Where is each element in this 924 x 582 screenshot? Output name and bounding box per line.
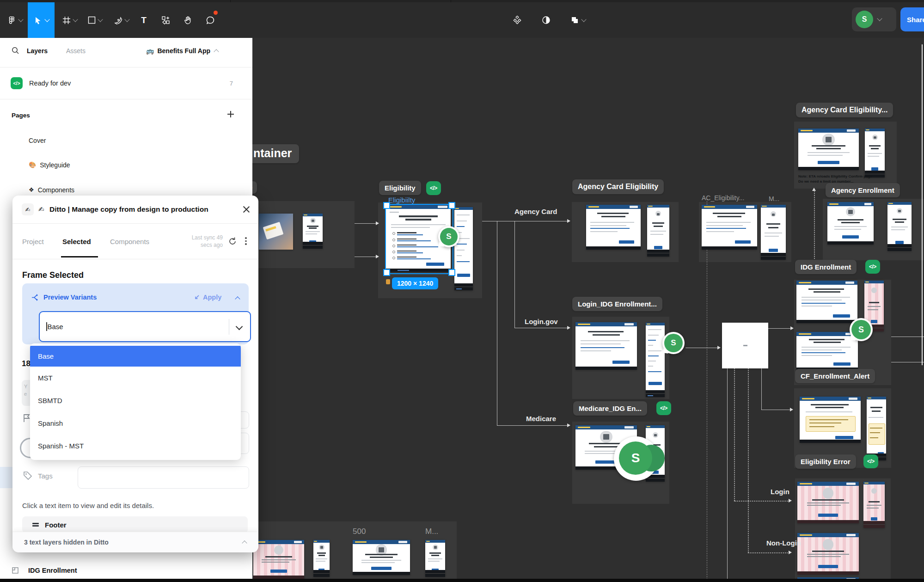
tab-components[interactable]: Components <box>110 238 149 245</box>
selection-handle[interactable] <box>448 269 455 276</box>
frame-thumbnail[interactable] <box>865 129 885 178</box>
frame-thumbnail[interactable] <box>425 540 445 577</box>
create-component-button[interactable] <box>156 2 175 38</box>
frame-thumbnail[interactable] <box>761 205 786 260</box>
actions-button[interactable] <box>507 2 527 38</box>
flow-label-medicare[interactable]: Medicare <box>526 415 556 423</box>
dev-ready-badge[interactable]: </> <box>656 401 671 415</box>
close-icon[interactable] <box>243 206 250 213</box>
text-item-footer[interactable]: Footer <box>22 516 248 533</box>
refresh-icon[interactable] <box>228 237 237 246</box>
selection-handle[interactable] <box>448 202 455 209</box>
dropdown-option-base[interactable]: Base <box>30 346 241 367</box>
section-label-medicare-idg[interactable]: Medicare_IDG En... <box>573 401 647 416</box>
dev-ready-badge[interactable]: </> <box>426 181 441 195</box>
file-switcher[interactable]: 🚌 Benefits Full App <box>146 47 218 55</box>
boolean-groups-button[interactable] <box>563 2 592 38</box>
frame-thumbnail[interactable] <box>722 323 768 368</box>
dev-ready-badge[interactable]: </> <box>863 454 878 468</box>
frame-thumbnail[interactable] <box>253 540 304 579</box>
dropdown-option-sbmtd[interactable]: SBMTD <box>30 389 241 412</box>
account-menu[interactable]: S <box>852 7 896 31</box>
frame-thumbnail[interactable] <box>863 482 885 528</box>
frame-thumbnail[interactable] <box>796 281 857 323</box>
section-label-eligibility-error[interactable]: Eligibility Error <box>795 454 856 469</box>
ready-for-dev-section[interactable]: </> Ready for dev 7 <box>0 67 252 99</box>
selection-handle[interactable] <box>383 269 390 276</box>
collaborator-avatar[interactable]: S <box>438 226 459 247</box>
frame-thumbnail[interactable] <box>797 482 859 523</box>
section-label-cf-enrollment-alert[interactable]: CF_Enrollment_Alert <box>795 369 875 383</box>
page-item-cover[interactable]: Cover <box>29 137 46 144</box>
tab-assets[interactable]: Assets <box>66 47 86 55</box>
collapse-chevron-icon[interactable] <box>242 540 247 545</box>
share-button[interactable]: Share <box>900 7 924 31</box>
frame-thumbnail[interactable] <box>454 207 473 290</box>
frame-thumbnail[interactable] <box>575 322 637 370</box>
collaborator-avatar[interactable]: S <box>662 332 685 354</box>
tab-layers[interactable]: Layers <box>27 47 48 55</box>
section-label-container[interactable]: ntainer <box>249 144 299 163</box>
section-label-login-idg[interactable]: Login_IDG Enrollment... <box>572 297 662 311</box>
tab-project[interactable]: Project <box>22 238 44 245</box>
frame-thumbnail[interactable] <box>887 202 912 251</box>
frame-name-m[interactable]: M... <box>769 195 779 202</box>
frame-thumbnail[interactable] <box>796 332 858 371</box>
layer-row-idg-enrollment[interactable]: IDG Enrollment <box>0 561 252 580</box>
text-tool-button[interactable]: T <box>135 2 153 38</box>
frame-name-ac-eligibility[interactable]: AC_Eligibility... <box>702 194 744 202</box>
canvas-note[interactable]: Do we need a limit on number... <box>798 179 854 184</box>
frame-thumbnail[interactable] <box>867 397 886 460</box>
shape-tool-button[interactable] <box>84 2 105 38</box>
section-label-agency-card-eligibility-2[interactable]: Agency Card Eligibility... <box>796 103 893 117</box>
frame-thumbnail[interactable] <box>647 205 669 257</box>
tags-input[interactable] <box>78 466 249 489</box>
dropdown-option-spanish[interactable]: Spanish <box>30 412 241 435</box>
frame-name-500[interactable]: 500 <box>353 527 366 536</box>
flow-label-non-login[interactable]: Non-Login <box>766 539 801 547</box>
frame-thumbnail[interactable] <box>800 397 861 443</box>
frame-thumbnail[interactable] <box>797 533 859 575</box>
section-label-agency-card-eligibility[interactable]: Agency Card Eligibility <box>572 179 664 194</box>
frame-name-m-bottom[interactable]: M... <box>425 527 438 536</box>
variant-combobox[interactable]: Base <box>39 311 251 342</box>
pen-tool-button[interactable] <box>110 2 132 38</box>
dropdown-option-mst[interactable]: MST <box>30 367 241 389</box>
tab-selected[interactable]: Selected <box>62 238 91 245</box>
frame-thumbnail[interactable] <box>827 202 874 245</box>
frame-thumbnail[interactable] <box>702 205 757 250</box>
frame-thumbnail[interactable] <box>313 540 330 577</box>
frame-tool-button[interactable] <box>59 2 80 38</box>
dropdown-option-spanish-mst[interactable]: Spanish - MST <box>30 435 241 457</box>
frame-thumbnail[interactable] <box>353 540 410 575</box>
section-label-agency-enrollment[interactable]: Agency Enrollment <box>826 183 900 197</box>
selection-handle[interactable] <box>383 202 390 209</box>
section-label-idg-enrollment[interactable]: IDG Enrollment <box>795 260 857 274</box>
more-options-icon[interactable] <box>245 237 247 245</box>
frame-name-selected[interactable]: Eligibiilty <box>388 196 415 204</box>
dev-ready-badge[interactable]: </> <box>865 260 880 274</box>
comment-tool-button[interactable] <box>201 2 220 38</box>
frame-thumbnail[interactable] <box>798 129 859 170</box>
collapse-chevron-icon[interactable] <box>235 296 240 301</box>
chevron-down-icon[interactable] <box>236 323 243 331</box>
page-item-components[interactable]: ❖ Components <box>29 186 74 194</box>
hidden-layers-bar[interactable]: 3 text layers hidden in Ditto <box>12 532 258 552</box>
collaborator-avatar[interactable]: S <box>850 318 873 341</box>
canvas-note[interactable]: Note: ETA reloads Eligibility Confirm pa… <box>798 174 872 178</box>
frame-thumbnail[interactable] <box>586 205 641 250</box>
flow-label-login-gov[interactable]: Login.gov <box>525 318 558 325</box>
section-label-eligibility[interactable]: Eligibility <box>379 181 421 195</box>
flow-label-agency-card[interactable]: Agency Card <box>514 208 557 215</box>
frame-thumbnail[interactable] <box>303 214 323 249</box>
hand-tool-button[interactable] <box>178 2 197 38</box>
frame-thumbnail[interactable] <box>646 323 665 397</box>
collaborator-avatar-stack[interactable]: S <box>614 436 658 481</box>
page-item-styleguide[interactable]: 🎨 Styleguide <box>29 161 70 169</box>
main-menu-button[interactable] <box>4 2 26 38</box>
frame-thumbnail[interactable] <box>259 214 293 250</box>
add-page-button[interactable] <box>227 111 234 117</box>
move-tool-button[interactable] <box>28 2 55 38</box>
mask-button[interactable] <box>536 2 556 38</box>
apply-button[interactable]: Apply <box>193 294 221 301</box>
